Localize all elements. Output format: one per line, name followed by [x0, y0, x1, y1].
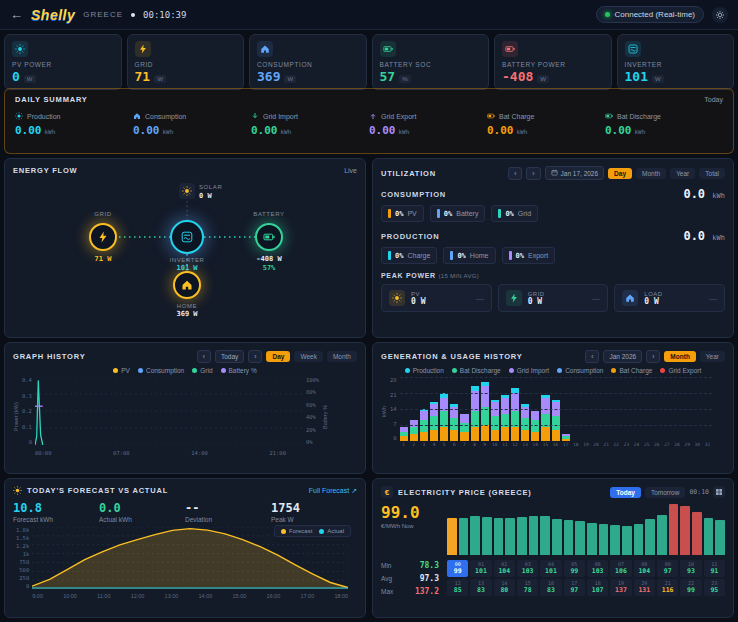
price-hour-cell-10[interactable]: 1093: [680, 560, 701, 577]
price-bar-09[interactable]: [552, 519, 562, 555]
price-hour-cell-19[interactable]: 19137: [610, 579, 631, 596]
price-hour-cell-06[interactable]: 06103: [587, 560, 608, 577]
daily-summary-period[interactable]: Today: [704, 96, 723, 103]
generation-bar-day-9[interactable]: [481, 382, 489, 441]
next-day-button[interactable]: ›: [526, 167, 540, 180]
price-bar-04[interactable]: [494, 518, 504, 556]
price-hour-cell-22[interactable]: 2299: [680, 579, 701, 596]
price-bar-15[interactable]: [622, 526, 632, 555]
graph-tab-week[interactable]: Week: [294, 351, 323, 362]
price-hour-cell-15[interactable]: 1578: [517, 579, 538, 596]
generation-bar-day-4[interactable]: [430, 402, 438, 441]
battery-node[interactable]: [255, 223, 283, 251]
price-bar-18[interactable]: [657, 515, 667, 555]
gen-nav-label[interactable]: Jan 2026: [603, 350, 642, 363]
tab-total[interactable]: Total: [699, 168, 725, 179]
generation-bar-day-17[interactable]: [562, 434, 570, 441]
graph-prev-button[interactable]: ‹: [197, 350, 211, 363]
generation-bar-day-5[interactable]: [440, 393, 448, 441]
price-bar-02[interactable]: [470, 516, 480, 555]
generation-bar-day-8[interactable]: [471, 386, 479, 441]
price-bar-23[interactable]: [715, 520, 725, 555]
price-hour-cell-16[interactable]: 1683: [540, 579, 561, 596]
price-bar-22[interactable]: [704, 518, 714, 555]
price-bar-21[interactable]: [692, 512, 702, 555]
gen-tab-year[interactable]: Year: [700, 351, 725, 362]
price-bar-08[interactable]: [540, 516, 550, 555]
price-hour-cell-01[interactable]: 01101: [470, 560, 491, 577]
price-hour-cell-09[interactable]: 0997: [657, 560, 678, 577]
price-hour-cell-04[interactable]: 04101: [540, 560, 561, 577]
gen-next-button[interactable]: ›: [646, 350, 660, 363]
price-bar-13[interactable]: [599, 524, 609, 555]
graph-tab-month[interactable]: Month: [327, 351, 357, 362]
graph-nav-label[interactable]: Today: [215, 350, 244, 363]
peak-tile-grid[interactable]: GRID0 W—: [498, 284, 609, 312]
price-hour-cell-23[interactable]: 2395: [704, 579, 725, 596]
inverter-node[interactable]: [170, 220, 204, 254]
gen-prev-button[interactable]: ‹: [585, 350, 599, 363]
tab-day[interactable]: Day: [608, 168, 632, 179]
generation-bar-day-1[interactable]: [400, 427, 408, 441]
settings-gear-icon[interactable]: [712, 7, 728, 23]
stat-card[interactable]: CONSUMPTION369W: [249, 34, 367, 90]
generation-bar-day-12[interactable]: [511, 388, 519, 441]
price-settings-icon[interactable]: [713, 486, 725, 498]
stat-card[interactable]: BATTERY POWER-408W: [494, 34, 612, 90]
tab-month[interactable]: Month: [636, 168, 666, 179]
generation-bar-day-16[interactable]: [552, 400, 560, 441]
price-hour-cell-20[interactable]: 20131: [634, 579, 655, 596]
stat-card[interactable]: INVERTER101W: [617, 34, 735, 90]
price-hour-cell-21[interactable]: 21116: [657, 579, 678, 596]
back-button[interactable]: ←: [10, 7, 23, 22]
price-bar-00[interactable]: [447, 518, 457, 555]
price-tab-tomorrow[interactable]: Tomorrow: [645, 487, 686, 498]
price-hour-cell-02[interactable]: 02104: [494, 560, 515, 577]
price-bar-19[interactable]: [669, 504, 679, 555]
price-bar-14[interactable]: [610, 525, 620, 555]
generation-bar-day-2[interactable]: [410, 420, 418, 441]
prev-day-button[interactable]: ‹: [508, 167, 522, 180]
price-bar-10[interactable]: [564, 520, 574, 555]
stat-card[interactable]: BATTERY SOC57%: [372, 34, 490, 90]
graph-tab-day[interactable]: Day: [266, 351, 290, 362]
price-hour-cell-00[interactable]: 0099: [447, 560, 468, 577]
price-hour-cell-17[interactable]: 1797: [564, 579, 585, 596]
stat-card[interactable]: PV POWER0W: [4, 34, 122, 90]
peak-tile-load[interactable]: LOAD0 W—: [614, 284, 725, 312]
price-hour-cell-11[interactable]: 1191: [704, 560, 725, 577]
price-hour-cell-18[interactable]: 18107: [587, 579, 608, 596]
price-hour-cell-07[interactable]: 07106: [610, 560, 631, 577]
price-hour-cell-13[interactable]: 1383: [470, 579, 491, 596]
price-bar-16[interactable]: [634, 524, 644, 555]
generation-bar-day-7[interactable]: [460, 414, 468, 441]
connection-status-badge[interactable]: Connected (Real-time): [596, 6, 704, 23]
full-forecast-link[interactable]: Full Forecast ↗: [309, 487, 357, 495]
graph-next-button[interactable]: ›: [248, 350, 262, 363]
price-bar-11[interactable]: [575, 521, 585, 555]
generation-bar-day-11[interactable]: [501, 395, 509, 441]
peak-tile-pv[interactable]: PV0 W—: [381, 284, 492, 312]
price-bar-03[interactable]: [482, 517, 492, 555]
price-tab-today[interactable]: Today: [610, 487, 641, 498]
home-node[interactable]: [173, 271, 201, 299]
date-picker[interactable]: Jan 17, 2026: [545, 166, 605, 180]
price-hour-cell-12[interactable]: 1285: [447, 579, 468, 596]
price-bar-12[interactable]: [587, 523, 597, 555]
gen-tab-month[interactable]: Month: [664, 351, 696, 362]
price-bar-17[interactable]: [645, 519, 655, 555]
stat-card[interactable]: GRID71W: [127, 34, 245, 90]
price-hour-cell-08[interactable]: 08104: [634, 560, 655, 577]
generation-bar-day-15[interactable]: [541, 395, 549, 441]
price-bar-07[interactable]: [529, 516, 539, 555]
price-hour-cell-03[interactable]: 03103: [517, 560, 538, 577]
grid-node[interactable]: [89, 223, 117, 251]
generation-bar-day-10[interactable]: [491, 400, 499, 441]
tab-year[interactable]: Year: [670, 168, 695, 179]
price-hour-cell-05[interactable]: 0599: [564, 560, 585, 577]
price-bar-06[interactable]: [517, 517, 527, 555]
price-bar-05[interactable]: [505, 518, 515, 555]
price-bar-20[interactable]: [680, 506, 690, 555]
price-hour-cell-14[interactable]: 1480: [494, 579, 515, 596]
price-bar-01[interactable]: [459, 518, 469, 556]
